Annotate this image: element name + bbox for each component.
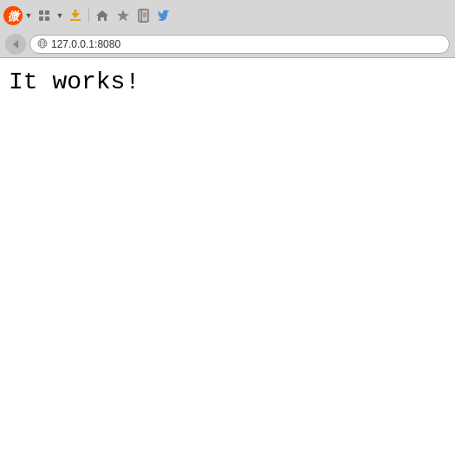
back-button[interactable] xyxy=(5,34,26,55)
svg-marker-8 xyxy=(117,10,129,22)
address-url: 127.0.0.1:8080 xyxy=(51,38,120,50)
page-content: It works! xyxy=(0,58,455,476)
svg-rect-6 xyxy=(70,19,81,21)
extension-dropdown[interactable]: ▼ xyxy=(55,6,64,25)
extension-icon[interactable] xyxy=(35,6,54,25)
download-icon[interactable] xyxy=(66,6,85,25)
toolbar: 微 ▼ ▼ xyxy=(0,0,455,31)
page-heading: It works! xyxy=(9,68,446,95)
address-bar-row: 127.0.0.1:8080 xyxy=(0,31,455,57)
svg-rect-10 xyxy=(141,10,148,22)
svg-rect-1 xyxy=(45,10,49,15)
browser-chrome: 微 ▼ ▼ xyxy=(0,0,455,58)
separator-1 xyxy=(88,9,89,23)
address-bar[interactable]: 127.0.0.1:8080 xyxy=(29,35,450,54)
svg-rect-2 xyxy=(39,16,43,21)
star-icon[interactable] xyxy=(114,6,133,25)
weibo-dropdown[interactable]: ▼ xyxy=(24,6,33,25)
svg-marker-7 xyxy=(96,10,108,21)
home-icon[interactable] xyxy=(93,6,112,25)
svg-rect-3 xyxy=(45,16,49,21)
svg-rect-0 xyxy=(39,10,43,15)
twitter-icon[interactable] xyxy=(155,6,174,25)
globe-icon xyxy=(37,38,48,50)
bookmarks-icon[interactable] xyxy=(134,6,153,25)
weibo-icon[interactable]: 微 xyxy=(3,6,23,25)
svg-rect-5 xyxy=(75,10,77,14)
svg-marker-14 xyxy=(13,40,18,49)
